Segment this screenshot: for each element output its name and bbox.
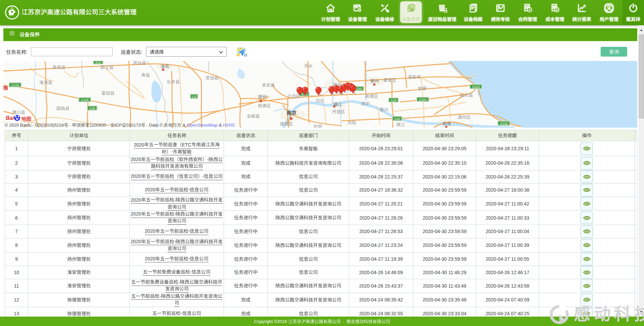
svg-text:JH: JH	[10, 7, 13, 9]
svg-text:G40: G40	[356, 87, 362, 91]
svg-text:G35: G35	[89, 106, 95, 110]
svg-text:G328: G328	[472, 85, 480, 89]
svg-text:G106: G106	[11, 83, 19, 87]
svg-text:S29: S29	[391, 98, 396, 102]
svg-text:Bai: Bai	[6, 115, 14, 121]
svg-text:G204: G204	[419, 98, 426, 101]
svg-text:G105: G105	[81, 98, 88, 102]
svg-text:G3: G3	[192, 95, 196, 98]
svg-text:S12: S12	[96, 61, 101, 64]
svg-text:G40: G40	[394, 117, 400, 121]
svg-text:45: 45	[3, 86, 6, 90]
svg-text:G328: G328	[500, 122, 507, 125]
